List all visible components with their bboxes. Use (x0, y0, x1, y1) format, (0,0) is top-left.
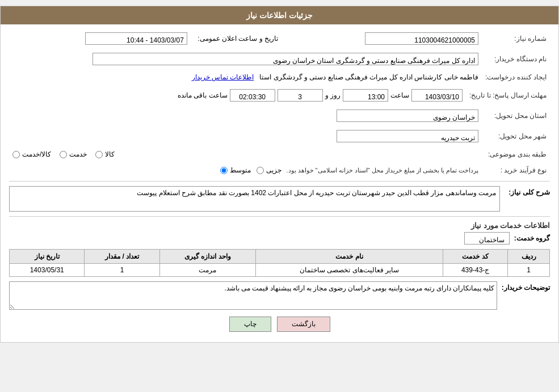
info-table-row1: شماره نیاز: 1103004621000005 تاریخ و ساع… (9, 30, 550, 47)
deadline-remaining-label: ساعت باقی مانده (178, 91, 228, 99)
table-cell-0: 1 (508, 264, 550, 277)
category-radio-goods-input[interactable] (95, 151, 103, 158)
deadline-label: مهلت ارسال پاسخ: تا تاریخ: (466, 87, 550, 104)
province-value: خراسان رضوی (9, 107, 482, 124)
category-radio-goods-service[interactable]: کالا/خدمت (12, 150, 51, 158)
table-cell-5: 1403/05/31 (10, 264, 85, 277)
buyer-notes-textarea[interactable] (9, 281, 497, 310)
buyer-notes-label: توضیحات خریدار: (502, 281, 550, 292)
category-label-goods: کالا (105, 150, 115, 158)
info-table-deadline: مهلت ارسال پاسخ: تا تاریخ: 1403/03/10 سا… (9, 87, 550, 104)
buttons-row: بازگشت چاپ (9, 317, 550, 332)
announce-date-field: 1403/03/07 - 10:44 (85, 32, 187, 45)
category-label-service: خدمت (69, 150, 87, 158)
print-button[interactable]: چاپ (229, 317, 271, 332)
divider-1 (9, 181, 550, 182)
deadline-days-field: 3 (278, 89, 323, 102)
category-radio-goods-service-input[interactable] (12, 151, 20, 158)
category-label: طبقه بندی موضوعی: (482, 148, 550, 161)
category-radio-goods[interactable]: کالا (95, 150, 115, 158)
deadline-date-field: 1403/03/10 (411, 89, 463, 102)
province-label: استان محل تحویل: (482, 107, 550, 124)
category-label-goods-service: کالا/خدمت (22, 150, 51, 158)
divider-2 (9, 216, 550, 217)
city-field: تربت حیدریه (337, 130, 478, 142)
purchase-radio-medium-input[interactable] (220, 167, 228, 174)
creator-label: ایجاد کننده درخواست: (482, 71, 550, 83)
col-row-num: ردیف (508, 250, 550, 264)
city-value: تربت حیدریه (9, 128, 482, 145)
info-table-org: نام دستگاه خریدار: اداره کل میراث فرهنگی… (9, 50, 550, 68)
purchase-type-label: نوع فرآیند خرید : (482, 164, 550, 176)
service-group-field: ساختمان (464, 232, 510, 245)
service-info-title: اطلاعات خدمات مورد نیاز (9, 221, 550, 230)
city-label: شهر محل تحویل: (482, 128, 550, 145)
need-number-field: 1103004621000005 (365, 32, 478, 45)
buyer-notes-section: توضیحات خریدار: (9, 281, 550, 310)
need-number-value: 1103004621000005 (281, 30, 482, 47)
announce-date-label: تاریخ و ساعت اعلان عمومی: (191, 30, 281, 47)
back-button[interactable]: بازگشت (277, 317, 330, 332)
purchase-note: پرداخت تمام یا بخشی از مبلغ خریداز محل "… (286, 167, 478, 174)
col-service-name: نام خدمت (256, 250, 443, 264)
service-group-label: گروه خدمت: (514, 234, 550, 242)
col-date: تاریخ نیاز (10, 250, 85, 264)
table-row: 1ج-43-439سایر فعالیت‌های تخصصی ساختمانمر… (10, 264, 550, 277)
col-service-code: کد خدمت (443, 250, 508, 264)
purchase-label-medium: متوسط (230, 166, 251, 174)
page-title: جزئیات اطلاعات نیاز (246, 11, 313, 20)
col-unit: واحد اندازه گیری (159, 250, 256, 264)
need-description-box: مرمت وساماندهی مزار قطب الدین حیدر شهرست… (9, 186, 500, 212)
creator-text: فاطمه خانی کارشناس اداره کل میراث فرهنگی… (259, 73, 478, 81)
deadline-time-label: ساعت (390, 91, 409, 99)
category-radio-service[interactable]: خدمت (60, 150, 87, 158)
deadline-remaining-field: 02:03:30 (230, 89, 275, 102)
deadline-day-label: روز و (325, 91, 341, 99)
table-cell-2: سایر فعالیت‌های تخصصی ساختمان (256, 264, 443, 277)
announce-date-value: 1403/03/07 - 10:44 (9, 30, 191, 47)
creator-value: فاطمه خانی کارشناس اداره کل میراث فرهنگی… (9, 71, 482, 83)
info-table-category: طبقه بندی موضوعی: کالا/خدمت خدمت کالا (9, 148, 550, 161)
need-number-label: شماره نیاز: (482, 30, 550, 47)
category-radio-service-input[interactable] (60, 151, 67, 158)
info-table-purchase-type: نوع فرآیند خرید : پرداخت تمام یا بخشی از… (9, 164, 550, 176)
purchase-radio-minor[interactable]: جزیی (257, 166, 281, 174)
org-name-value: اداره کل میراث فرهنگی صنایع دستی و گردشگ… (9, 50, 482, 68)
contact-link[interactable]: اطلاعات تماس خریدار (192, 73, 254, 81)
services-table: ردیف کد خدمت نام خدمت واحد اندازه گیری ت… (9, 249, 550, 277)
table-cell-1: ج-43-439 (443, 264, 508, 277)
deadline-value: 1403/03/10 ساعت 13:00 روز و 3 02:03:30 س… (9, 87, 466, 104)
table-cell-4: 1 (85, 264, 159, 277)
deadline-time-field: 13:00 (343, 89, 388, 102)
org-name-field: اداره کل میراث فرهنگی صنایع دستی و گردشگ… (93, 53, 478, 65)
purchase-label-minor: جزیی (266, 166, 281, 174)
need-description-row: شرح کلی نیاز: مرمت وساماندهی مزار قطب ال… (9, 186, 550, 212)
need-description-label: شرح کلی نیاز: (505, 186, 550, 196)
info-table-province: استان محل تحویل: خراسان رضوی (9, 107, 550, 124)
page-header: جزئیات اطلاعات نیاز (1, 6, 558, 24)
purchase-type-value: پرداخت تمام یا بخشی از مبلغ خریداز محل "… (9, 164, 482, 176)
category-options: کالا/خدمت خدمت کالا (9, 148, 482, 161)
service-group-row: گروه خدمت: ساختمان (9, 232, 550, 245)
org-name-label: نام دستگاه خریدار: (482, 50, 550, 68)
purchase-radio-medium[interactable]: متوسط (220, 166, 251, 174)
content-area: شماره نیاز: 1103004621000005 تاریخ و ساع… (1, 24, 558, 342)
province-field: خراسان رضوی (337, 109, 478, 122)
col-quantity: تعداد / مقدار (85, 250, 159, 264)
table-cell-3: مرمت (159, 264, 256, 277)
info-table-city: شهر محل تحویل: تربت حیدریه (9, 128, 550, 145)
purchase-radio-minor-input[interactable] (257, 167, 264, 174)
page-wrapper: جزئیات اطلاعات نیاز شماره نیاز: 11030046… (0, 6, 559, 343)
info-table-creator: ایجاد کننده درخواست: فاطمه خانی کارشناس … (9, 71, 550, 83)
